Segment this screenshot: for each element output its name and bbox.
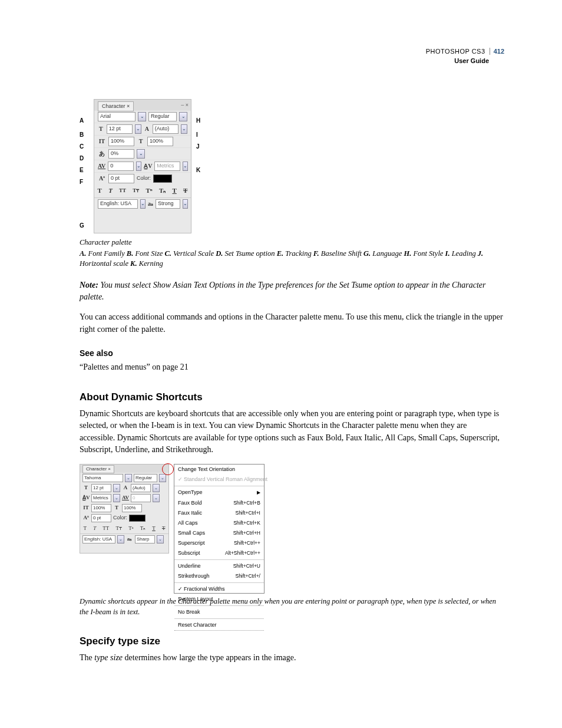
callout-B: B xyxy=(80,131,84,140)
color-swatch[interactable] xyxy=(153,174,172,183)
paragraph-access: You can access additional commands and o… xyxy=(80,311,504,335)
see-also-link[interactable]: “Palettes and menus” on page 21 xyxy=(80,361,504,373)
superscript-button[interactable]: Tⁿ xyxy=(128,525,133,532)
dropdown-icon[interactable]: ⌄ xyxy=(135,124,141,134)
vscale-icon: IT xyxy=(98,137,106,146)
bold-button[interactable]: T xyxy=(98,186,102,196)
baseline-shift-field[interactable]: 0 pt xyxy=(108,174,134,183)
palette-close-icon[interactable]: – × xyxy=(181,101,189,109)
vscale-icon: IT xyxy=(82,504,90,512)
baseline-shift-field[interactable]: 0 pt xyxy=(91,514,111,522)
antialias-field[interactable]: Sharp xyxy=(135,535,155,543)
dropdown-icon[interactable]: ⌄ xyxy=(183,199,188,209)
menu-no-break[interactable]: No Break xyxy=(174,607,264,617)
kerning-field[interactable]: Metrics xyxy=(154,162,180,171)
bold-button[interactable]: T xyxy=(84,525,87,532)
baseline-icon: Aª xyxy=(82,514,90,522)
dropdown-icon[interactable]: ⌄ xyxy=(181,124,187,134)
smallcaps-button[interactable]: Tᴛ xyxy=(133,187,139,195)
horizontal-scale-field[interactable]: 100% xyxy=(147,137,173,146)
hscale-icon: T xyxy=(137,137,145,146)
font-style-field[interactable]: Regular xyxy=(134,474,157,482)
dropdown-icon[interactable]: ⌄ xyxy=(179,112,187,121)
allcaps-button[interactable]: TT xyxy=(103,525,109,532)
menu-item[interactable]: All CapsShift+Ctrl+K xyxy=(174,518,264,528)
font-size-field[interactable]: 12 pt xyxy=(107,124,133,134)
dropdown-icon[interactable]: ⌄ xyxy=(117,535,124,543)
tracking-field[interactable]: 0 xyxy=(108,162,134,171)
dropdown-icon[interactable]: ⌄ xyxy=(137,149,145,159)
antialias-field[interactable]: Strong xyxy=(156,199,180,209)
smallcaps-button[interactable]: Tᴛ xyxy=(116,525,123,532)
dropdown-icon[interactable]: ⌄ xyxy=(159,474,166,482)
italic-button[interactable]: T xyxy=(108,186,113,196)
callout-G: G xyxy=(80,222,84,230)
dropdown-icon[interactable]: ⌄ xyxy=(125,474,132,482)
dropdown-icon[interactable]: ⌄ xyxy=(153,484,160,492)
tracking-field[interactable]: 0 xyxy=(131,494,151,502)
leading-field[interactable]: (Auto) xyxy=(131,484,151,492)
callout-J: J xyxy=(196,143,200,151)
menu-fractional-widths[interactable]: ✓Fractional Widths xyxy=(174,584,264,594)
note-label: Note: xyxy=(80,281,98,289)
italic-button[interactable]: T xyxy=(93,525,96,532)
menu-item[interactable]: Faux BoldShift+Ctrl+B xyxy=(174,498,264,508)
menu-item[interactable]: UnderlineShift+Ctrl+U xyxy=(174,561,264,571)
dropdown-icon[interactable]: ⌄ xyxy=(136,162,141,171)
antialias-icon: aₐ xyxy=(148,200,153,209)
kerning-field[interactable]: Metrics xyxy=(91,494,111,502)
menu-item[interactable]: SubscriptAlt+Shift+Ctrl++ xyxy=(174,548,264,558)
language-field[interactable]: English: USA xyxy=(82,535,115,543)
strikethrough-button[interactable]: T xyxy=(162,525,166,532)
menu-opentype[interactable]: OpenType▶ xyxy=(174,487,264,498)
dropdown-icon[interactable]: ⌄ xyxy=(113,494,120,502)
menu-item[interactable]: StrikethroughShift+Ctrl+/ xyxy=(174,571,264,581)
allcaps-button[interactable]: TT xyxy=(119,187,126,195)
subscript-button[interactable]: Tₙ xyxy=(159,186,166,196)
menu-change-orientation[interactable]: Change Text Orientation xyxy=(174,465,264,475)
palette-tab[interactable]: Character × xyxy=(98,101,134,111)
horizontal-scale-field[interactable]: 100% xyxy=(122,504,142,512)
callout-F: F xyxy=(80,178,83,187)
tsume-field[interactable]: 0% xyxy=(108,149,134,159)
menu-reset-character[interactable]: Reset Character xyxy=(174,620,264,631)
menu-item[interactable]: SuperscriptShift+Ctrl++ xyxy=(174,538,264,548)
tracking-icon: AV xyxy=(98,162,105,171)
underline-button[interactable]: T xyxy=(172,186,176,196)
section-specify-type-size: Specify type size xyxy=(80,634,504,649)
color-swatch[interactable] xyxy=(129,515,146,522)
baseline-icon: Aª xyxy=(98,174,106,183)
font-style-field[interactable]: Regular xyxy=(148,112,177,121)
font-family-field[interactable]: Tahoma xyxy=(82,474,123,482)
language-field[interactable]: English: USA xyxy=(98,199,138,209)
vertical-scale-field[interactable]: 100% xyxy=(91,504,111,512)
palette-tab[interactable]: Character × xyxy=(82,465,114,473)
menu-item[interactable]: Small CapsShift+Ctrl+H xyxy=(174,528,264,538)
font-family-field[interactable]: Arial xyxy=(98,112,135,121)
dropdown-icon[interactable]: ⌄ xyxy=(140,199,146,209)
tsume-icon: あ xyxy=(98,150,106,159)
superscript-button[interactable]: Tⁿ xyxy=(146,186,153,196)
dropdown-icon[interactable]: ⌄ xyxy=(153,494,160,502)
dropdown-icon[interactable]: ⌄ xyxy=(157,535,164,543)
subscript-button[interactable]: Tₙ xyxy=(140,525,146,532)
callout-D: D xyxy=(80,154,84,163)
palette-flyout-menu: Change Text Orientation ✓Standard Vertic… xyxy=(174,464,265,594)
leading-field[interactable]: (Auto) xyxy=(153,124,178,134)
vertical-scale-field[interactable]: 100% xyxy=(108,137,134,146)
strikethrough-button[interactable]: T xyxy=(183,186,187,196)
callout-K: K xyxy=(196,166,200,175)
dropdown-icon[interactable]: ⌄ xyxy=(183,162,188,171)
leading-icon: A xyxy=(122,484,129,492)
product-name: PHOTOSHOP CS3 xyxy=(426,48,485,55)
figure1-legend: A. Font Family B. Font Size C. Vertical … xyxy=(80,249,504,269)
callout-C: C xyxy=(80,143,84,151)
dropdown-icon[interactable]: ⌄ xyxy=(138,112,146,121)
section-dynamic-shortcuts: About Dynamic Shortcuts xyxy=(80,390,504,405)
paragraph-dynamic: Dynamic Shortcuts are keyboard shortcuts… xyxy=(80,408,504,456)
menu-system-layout[interactable]: System Layout xyxy=(174,594,264,604)
underline-button[interactable]: T xyxy=(152,525,156,532)
font-size-field[interactable]: 12 pt xyxy=(91,484,111,492)
dropdown-icon[interactable]: ⌄ xyxy=(113,484,120,492)
menu-item[interactable]: Faux ItalicShift+Ctrl+I xyxy=(174,508,264,518)
